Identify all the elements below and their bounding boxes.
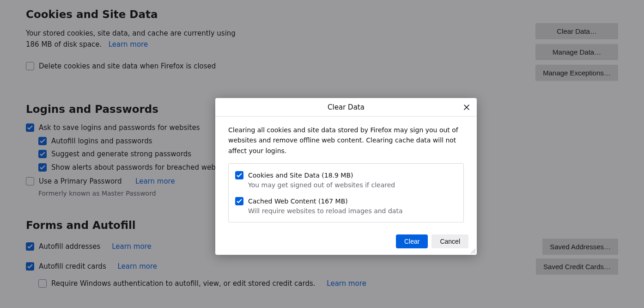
close-icon[interactable] [460, 101, 473, 114]
option-cache[interactable]: Cached Web Content (167 MB) Will require… [235, 197, 457, 215]
clear-options-box: Cookies and Site Data (18.9 MB) You may … [228, 163, 464, 222]
cancel-button[interactable]: Cancel [431, 234, 468, 248]
dialog-title: Clear Data [328, 103, 365, 111]
resize-grip-icon[interactable] [469, 247, 476, 254]
dialog-header: Clear Data [215, 98, 477, 117]
checkbox-clear-cache[interactable] [235, 197, 243, 205]
dialog-footer: Clear Cancel [215, 230, 477, 255]
option-cookies-label: Cookies and Site Data (18.9 MB) [248, 172, 353, 179]
dialog-description: Clearing all cookies and site data store… [228, 125, 464, 156]
checkbox-clear-cookies[interactable] [235, 171, 243, 179]
option-cache-sub: Will require websites to reload images a… [248, 207, 457, 215]
clear-button[interactable]: Clear [396, 234, 428, 248]
option-cookies[interactable]: Cookies and Site Data (18.9 MB) You may … [235, 171, 457, 189]
option-cookies-sub: You may get signed out of websites if cl… [248, 181, 457, 189]
option-cache-label: Cached Web Content (167 MB) [248, 197, 348, 205]
clear-data-dialog: Clear Data Clearing all cookies and site… [215, 98, 477, 255]
